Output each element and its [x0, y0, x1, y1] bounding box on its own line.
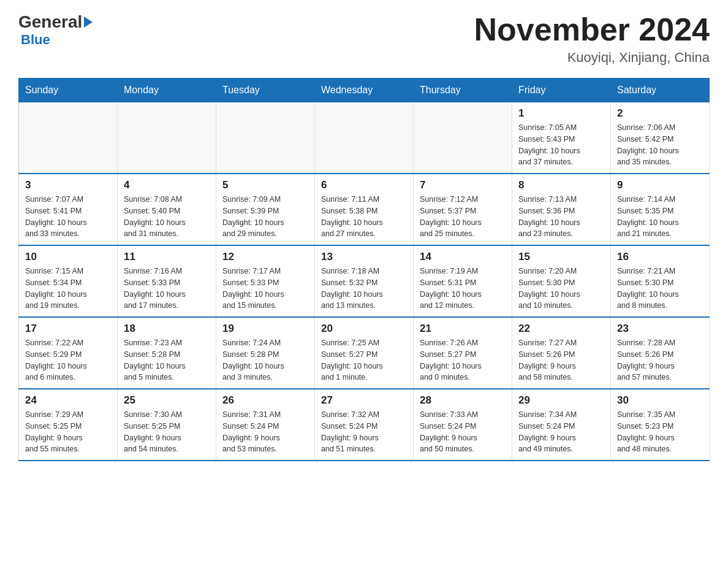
calendar-day-cell: 17Sunrise: 7:22 AM Sunset: 5:29 PM Dayli…: [19, 317, 118, 389]
day-number: 24: [25, 394, 111, 407]
logo-blue-text: Blue: [18, 32, 50, 48]
calendar-day-cell: 12Sunrise: 7:17 AM Sunset: 5:33 PM Dayli…: [216, 245, 315, 317]
day-info: Sunrise: 7:35 AM Sunset: 5:23 PM Dayligh…: [617, 409, 703, 455]
page-header: General Blue November 2024 Kuoyiqi, Xinj…: [18, 12, 710, 66]
day-info: Sunrise: 7:18 AM Sunset: 5:32 PM Dayligh…: [321, 266, 407, 312]
day-info: Sunrise: 7:11 AM Sunset: 5:38 PM Dayligh…: [321, 194, 407, 240]
day-info: Sunrise: 7:23 AM Sunset: 5:28 PM Dayligh…: [124, 337, 210, 383]
calendar-day-cell: 21Sunrise: 7:26 AM Sunset: 5:27 PM Dayli…: [414, 317, 512, 389]
day-info: Sunrise: 7:19 AM Sunset: 5:31 PM Dayligh…: [420, 266, 506, 312]
day-number: 10: [25, 251, 111, 263]
day-number: 27: [321, 394, 407, 407]
day-number: 29: [518, 394, 604, 407]
calendar-day-cell: 1Sunrise: 7:05 AM Sunset: 5:43 PM Daylig…: [512, 102, 611, 174]
day-number: 16: [617, 251, 703, 263]
day-number: 5: [222, 179, 308, 191]
day-info: Sunrise: 7:33 AM Sunset: 5:24 PM Dayligh…: [420, 409, 506, 455]
day-number: 9: [617, 179, 703, 191]
day-info: Sunrise: 7:07 AM Sunset: 5:41 PM Dayligh…: [25, 194, 111, 240]
day-number: 21: [420, 323, 506, 335]
day-number: 23: [617, 323, 703, 335]
day-info: Sunrise: 7:05 AM Sunset: 5:43 PM Dayligh…: [518, 122, 604, 168]
calendar-day-cell: 9Sunrise: 7:14 AM Sunset: 5:35 PM Daylig…: [611, 174, 710, 245]
day-number: 15: [518, 251, 604, 263]
calendar-week-row: 24Sunrise: 7:29 AM Sunset: 5:25 PM Dayli…: [19, 389, 710, 461]
day-number: 28: [420, 394, 506, 407]
title-block: November 2024 Kuoyiqi, Xinjiang, China: [474, 12, 710, 66]
day-number: 20: [321, 323, 407, 335]
calendar-day-cell: 4Sunrise: 7:08 AM Sunset: 5:40 PM Daylig…: [118, 174, 216, 245]
day-info: Sunrise: 7:12 AM Sunset: 5:37 PM Dayligh…: [420, 194, 506, 240]
calendar-day-cell: 2Sunrise: 7:06 AM Sunset: 5:42 PM Daylig…: [611, 102, 710, 174]
day-number: 26: [222, 394, 308, 407]
day-info: Sunrise: 7:16 AM Sunset: 5:33 PM Dayligh…: [124, 266, 210, 312]
logo-general-text: General: [18, 12, 82, 32]
day-number: 19: [222, 323, 308, 335]
calendar-day-cell: 3Sunrise: 7:07 AM Sunset: 5:41 PM Daylig…: [19, 174, 118, 245]
day-number: 18: [124, 323, 210, 335]
calendar-day-cell: 13Sunrise: 7:18 AM Sunset: 5:32 PM Dayli…: [315, 245, 414, 317]
day-number: 22: [518, 323, 604, 335]
day-info: Sunrise: 7:25 AM Sunset: 5:27 PM Dayligh…: [321, 337, 407, 383]
day-number: 6: [321, 179, 407, 191]
day-info: Sunrise: 7:17 AM Sunset: 5:33 PM Dayligh…: [222, 266, 308, 312]
calendar-day-cell: 28Sunrise: 7:33 AM Sunset: 5:24 PM Dayli…: [414, 389, 512, 461]
calendar-day-cell: 30Sunrise: 7:35 AM Sunset: 5:23 PM Dayli…: [611, 389, 710, 461]
day-info: Sunrise: 7:20 AM Sunset: 5:30 PM Dayligh…: [518, 266, 604, 312]
day-info: Sunrise: 7:31 AM Sunset: 5:24 PM Dayligh…: [222, 409, 308, 455]
day-number: 1: [518, 107, 604, 120]
calendar-day-cell: 27Sunrise: 7:32 AM Sunset: 5:24 PM Dayli…: [315, 389, 414, 461]
calendar-day-cell: 5Sunrise: 7:09 AM Sunset: 5:39 PM Daylig…: [216, 174, 315, 245]
calendar-day-cell: [414, 102, 512, 174]
day-info: Sunrise: 7:15 AM Sunset: 5:34 PM Dayligh…: [25, 266, 111, 312]
calendar-week-row: 3Sunrise: 7:07 AM Sunset: 5:41 PM Daylig…: [19, 174, 710, 245]
calendar-week-row: 1Sunrise: 7:05 AM Sunset: 5:43 PM Daylig…: [19, 102, 710, 174]
calendar-day-cell: 22Sunrise: 7:27 AM Sunset: 5:26 PM Dayli…: [512, 317, 611, 389]
day-number: 11: [124, 251, 210, 263]
day-number: 7: [420, 179, 506, 191]
month-title: November 2024: [474, 12, 710, 47]
day-of-week-header: Friday: [512, 79, 611, 102]
day-number: 30: [617, 394, 703, 407]
day-info: Sunrise: 7:24 AM Sunset: 5:28 PM Dayligh…: [222, 337, 308, 383]
day-info: Sunrise: 7:28 AM Sunset: 5:26 PM Dayligh…: [617, 337, 703, 383]
calendar-day-cell: 15Sunrise: 7:20 AM Sunset: 5:30 PM Dayli…: [512, 245, 611, 317]
day-number: 13: [321, 251, 407, 263]
day-info: Sunrise: 7:32 AM Sunset: 5:24 PM Dayligh…: [321, 409, 407, 455]
day-info: Sunrise: 7:27 AM Sunset: 5:26 PM Dayligh…: [518, 337, 604, 383]
day-number: 3: [25, 179, 111, 191]
calendar-day-cell: 19Sunrise: 7:24 AM Sunset: 5:28 PM Dayli…: [216, 317, 315, 389]
day-info: Sunrise: 7:34 AM Sunset: 5:24 PM Dayligh…: [518, 409, 604, 455]
logo: General Blue: [18, 12, 93, 48]
calendar-body: 1Sunrise: 7:05 AM Sunset: 5:43 PM Daylig…: [19, 102, 710, 461]
calendar-day-cell: [19, 102, 118, 174]
calendar-day-cell: 29Sunrise: 7:34 AM Sunset: 5:24 PM Dayli…: [512, 389, 611, 461]
day-of-week-header: Tuesday: [216, 79, 315, 102]
day-info: Sunrise: 7:21 AM Sunset: 5:30 PM Dayligh…: [617, 266, 703, 312]
day-info: Sunrise: 7:26 AM Sunset: 5:27 PM Dayligh…: [420, 337, 506, 383]
day-number: 12: [222, 251, 308, 263]
day-info: Sunrise: 7:06 AM Sunset: 5:42 PM Dayligh…: [617, 122, 703, 168]
calendar-day-cell: 7Sunrise: 7:12 AM Sunset: 5:37 PM Daylig…: [414, 174, 512, 245]
day-info: Sunrise: 7:14 AM Sunset: 5:35 PM Dayligh…: [617, 194, 703, 240]
calendar-day-cell: 11Sunrise: 7:16 AM Sunset: 5:33 PM Dayli…: [118, 245, 216, 317]
day-of-week-header: Wednesday: [315, 79, 414, 102]
day-of-week-header: Monday: [118, 79, 216, 102]
day-number: 14: [420, 251, 506, 263]
calendar-header: SundayMondayTuesdayWednesdayThursdayFrid…: [19, 79, 710, 102]
calendar-day-cell: 10Sunrise: 7:15 AM Sunset: 5:34 PM Dayli…: [19, 245, 118, 317]
calendar-day-cell: 16Sunrise: 7:21 AM Sunset: 5:30 PM Dayli…: [611, 245, 710, 317]
day-info: Sunrise: 7:08 AM Sunset: 5:40 PM Dayligh…: [124, 194, 210, 240]
day-of-week-header: Sunday: [19, 79, 118, 102]
days-of-week-row: SundayMondayTuesdayWednesdayThursdayFrid…: [19, 79, 710, 102]
day-info: Sunrise: 7:22 AM Sunset: 5:29 PM Dayligh…: [25, 337, 111, 383]
calendar-day-cell: 18Sunrise: 7:23 AM Sunset: 5:28 PM Dayli…: [118, 317, 216, 389]
day-number: 25: [124, 394, 210, 407]
calendar-week-row: 10Sunrise: 7:15 AM Sunset: 5:34 PM Dayli…: [19, 245, 710, 317]
calendar-day-cell: 8Sunrise: 7:13 AM Sunset: 5:36 PM Daylig…: [512, 174, 611, 245]
calendar-day-cell: 20Sunrise: 7:25 AM Sunset: 5:27 PM Dayli…: [315, 317, 414, 389]
calendar-day-cell: 23Sunrise: 7:28 AM Sunset: 5:26 PM Dayli…: [611, 317, 710, 389]
location-subtitle: Kuoyiqi, Xinjiang, China: [474, 50, 710, 66]
day-info: Sunrise: 7:30 AM Sunset: 5:25 PM Dayligh…: [124, 409, 210, 455]
day-number: 4: [124, 179, 210, 191]
